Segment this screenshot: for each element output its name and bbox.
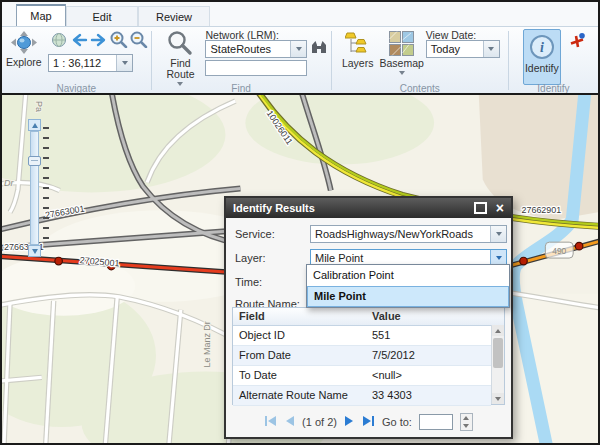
triangle-up-icon: [463, 416, 469, 420]
value-cell: <null>: [366, 366, 491, 385]
layer-value: Mile Point: [311, 252, 490, 264]
spinner-down-button[interactable]: [461, 422, 472, 430]
scroll-up-button[interactable]: [492, 325, 504, 336]
close-icon[interactable]: ×: [496, 201, 504, 215]
previous-extent-button[interactable]: [70, 33, 88, 51]
view-date-value: Today: [427, 43, 483, 55]
last-page-button[interactable]: [362, 415, 375, 429]
triangle-down-icon: [463, 424, 469, 428]
basemap-grid-icon: [389, 31, 414, 58]
basemap-button[interactable]: Basemap: [380, 31, 424, 75]
search-routes-button[interactable]: [310, 40, 328, 58]
street-label-pa: Pa: [34, 101, 44, 112]
triangle-down-icon: [495, 397, 501, 401]
identify-button[interactable]: i Identify: [523, 29, 561, 85]
layer-label: Layer:: [235, 252, 266, 264]
field-cell: To Date: [233, 366, 366, 385]
chevron-down-icon[interactable]: [490, 226, 506, 242]
scrollbar-thumb[interactable]: [493, 338, 503, 368]
view-date-combobox[interactable]: Today: [426, 40, 500, 58]
service-combobox[interactable]: RoadsHighways/NewYorkRoads: [310, 225, 507, 243]
magnifier-icon: [167, 30, 193, 58]
field-cell: Alternate Route Name: [233, 386, 366, 405]
group-find: Find Route Network (LRM): StateRoutes Fi…: [151, 27, 330, 94]
layers-label: Layers: [342, 58, 374, 69]
table-row: To Date <null>: [233, 366, 491, 386]
slider-zoom-out-button[interactable]: [28, 245, 41, 257]
dropdown-item-calibration-point[interactable]: Calibration Point: [307, 265, 509, 286]
map-scale-combobox[interactable]: 1 : 36,112: [48, 54, 133, 72]
table-row: From Date 7/5/2012: [233, 346, 491, 366]
back-arrow-icon: [70, 33, 88, 51]
slider-zoom-in-button[interactable]: [28, 119, 41, 131]
chevron-down-icon[interactable]: [116, 55, 132, 71]
first-page-button[interactable]: [264, 415, 277, 429]
previous-page-button[interactable]: [284, 415, 295, 429]
chevron-down-icon[interactable]: [483, 41, 499, 57]
route-search-input[interactable]: [205, 60, 307, 76]
basemap-label: Basemap: [380, 58, 424, 69]
next-extent-button[interactable]: [90, 33, 108, 51]
goto-page-input[interactable]: [419, 414, 453, 430]
identify-results-dialog: Identify Results × Service: RoadsHighway…: [224, 196, 513, 439]
network-lrm-combobox[interactable]: StateRoutes: [205, 40, 307, 58]
tab-review[interactable]: Review: [138, 6, 210, 26]
spinner-up-button[interactable]: [461, 414, 472, 422]
svg-text:i: i: [540, 40, 544, 55]
zoom-in-button[interactable]: [110, 32, 128, 50]
maximize-icon[interactable]: [474, 202, 487, 214]
explore-icon: [9, 31, 39, 57]
map-zoom-slider[interactable]: [28, 119, 41, 257]
field-cell: Object ID: [233, 326, 366, 345]
dialog-titlebar[interactable]: Identify Results ×: [226, 198, 511, 218]
scroll-down-button[interactable]: [492, 393, 504, 404]
results-pager: (1 of 2) Go to:: [226, 411, 511, 433]
identify-route-location-icon: [569, 32, 586, 53]
shield-490-label: 490: [552, 246, 566, 256]
attributes-table: Field Value Object ID 551 From Date 7/5/…: [232, 307, 505, 405]
forward-arrow-icon: [90, 33, 108, 51]
group-contents: Layers Basemap View Date: Today Contents: [332, 27, 508, 94]
column-header-field: Field: [233, 308, 366, 325]
find-route-button[interactable]: Find Route: [159, 30, 201, 86]
slider-track[interactable]: [30, 131, 39, 245]
layer-dropdown-list: Calibration Point Mile Point: [306, 264, 510, 308]
binoculars-icon: [311, 40, 327, 58]
chevron-down-icon: [399, 71, 405, 75]
ribbon-body: Explore 1 : 36,112 Navigate: [2, 26, 598, 94]
slider-handle[interactable]: [28, 156, 41, 166]
map-scale-value: 1 : 36,112: [49, 57, 116, 69]
service-label: Service:: [235, 228, 275, 240]
explore-button[interactable]: Explore: [6, 31, 42, 68]
goto-spinner[interactable]: [460, 413, 473, 431]
full-extent-button[interactable]: [50, 33, 68, 51]
column-header-value: Value: [366, 308, 504, 325]
zoom-out-button[interactable]: [130, 32, 148, 50]
street-label-le-manz-dr: Le Manz Dr: [202, 321, 212, 367]
map-area: 490 27663001 27663101 27025001 10026011 …: [2, 93, 598, 445]
dropdown-item-mile-point[interactable]: Mile Point: [307, 286, 509, 307]
table-scrollbar[interactable]: [491, 325, 504, 404]
zoom-in-icon: [110, 31, 128, 52]
layers-button[interactable]: Layers: [340, 31, 376, 69]
globe-icon: [51, 32, 67, 52]
goto-label: Go to:: [382, 416, 412, 428]
next-page-button[interactable]: [344, 415, 355, 429]
triangle-up-icon: [32, 123, 38, 128]
table-row: Alternate Route Name 33 4303: [233, 386, 491, 406]
value-cell: 7/5/2012: [366, 346, 491, 365]
route-label-27662901: 27662901: [522, 205, 562, 215]
chevron-down-icon[interactable]: [290, 41, 306, 57]
identify-label: Identify: [525, 63, 559, 74]
triangle-down-icon: [32, 249, 38, 254]
zoom-out-icon: [130, 31, 148, 52]
tab-map[interactable]: Map: [16, 4, 66, 26]
time-label: Time:: [235, 276, 262, 288]
table-row: Object ID 551: [233, 326, 491, 346]
layers-tree-icon: [345, 31, 371, 58]
field-cell: From Date: [233, 346, 366, 365]
slider-scale-ticks: [43, 127, 49, 247]
identify-route-location-button[interactable]: [569, 33, 587, 51]
page-status: (1 of 2): [302, 416, 337, 428]
tab-edit[interactable]: Edit: [66, 6, 138, 26]
